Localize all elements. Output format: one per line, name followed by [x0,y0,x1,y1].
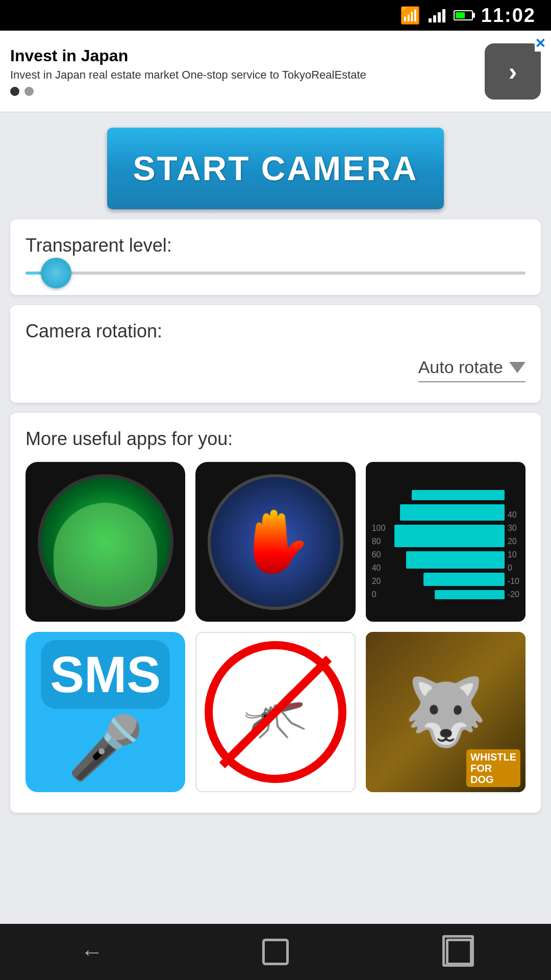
signal-bars [429,8,445,22]
chart-left: 100 80 60 40 20 [372,484,386,599]
app-icon-night-vision[interactable] [26,462,185,622]
person-silhouette [54,503,157,606]
start-camera-label: START CAMERA [133,149,418,188]
prohibition-line [219,656,332,768]
whistle-text: WHISTLEFORDOG [470,751,516,785]
bottom-navigation: ← [0,924,551,980]
recents-button[interactable] [434,934,485,970]
app-icon-dog-whistle[interactable]: 🐺 WHISTLEFORDOG [366,632,525,792]
status-time: 11:02 [481,5,536,27]
back-icon: ← [81,939,103,965]
app-icon-mosquito[interactable]: 🦟 [195,632,355,792]
main-content: START CAMERA Transparent level: Camera r… [0,112,551,828]
back-button[interactable]: ← [66,934,117,970]
more-apps-label: More useful apps for you: [26,428,525,450]
rotation-dropdown-underline[interactable]: Auto rotate [418,357,525,382]
no-mosquito-circle: 🦟 [205,641,346,783]
ad-arrow-button[interactable]: › [485,43,541,100]
wifi-icon: 📶 [400,6,420,25]
camera-rotation-label: Camera rotation: [26,321,525,342]
app-grid: ✋ 100 80 60 [26,462,525,792]
app-icon-sms[interactable]: SMS 🎤 [26,632,185,792]
ad-close-button[interactable]: ✕ [535,36,546,52]
status-bar: 📶 11:02 [0,0,551,31]
sms-content: SMS 🎤 [41,632,170,792]
camera-rotation-card: Camera rotation: Auto rotate [10,305,541,403]
microphone-icon: 🎤 [67,712,144,784]
battery-icon [454,10,473,20]
transparency-slider-thumb[interactable] [41,258,71,288]
dog-face-icon: 🐺 [404,673,487,751]
ad-subtitle: Invest in Japan real estate market One-s… [10,68,474,82]
recents-icon [446,939,472,965]
app-icon-thermal[interactable]: ✋ [195,462,355,622]
transparent-level-label: Transparent level: [26,235,525,256]
dog-background: 🐺 WHISTLEFORDOG [366,632,525,792]
thermal-circle: ✋ [208,474,343,610]
home-button[interactable] [250,934,301,970]
chart-right: 40 30 20 10 0 -10 -20 [508,484,519,599]
whistle-badge: WHISTLEFORDOG [466,749,520,787]
home-icon [262,939,289,965]
chart-bars [388,484,505,599]
hand-icon: ✋ [237,506,314,578]
ad-dot-2[interactable] [24,87,34,96]
status-icons: 📶 11:02 [400,5,536,27]
start-camera-button[interactable]: START CAMERA [107,128,444,209]
app-icon-chart[interactable]: 100 80 60 40 20 [366,462,525,622]
ad-dots [10,87,474,96]
ad-title: Invest in Japan [10,46,474,65]
ad-arrow-icon: › [509,57,517,86]
transparent-level-card: Transparent level: [10,219,541,295]
chevron-down-icon [509,362,525,373]
transparency-slider-track[interactable] [26,272,525,275]
chart-content: 100 80 60 40 20 [372,470,519,614]
sms-label: SMS [41,640,170,709]
ad-dot-1[interactable] [10,87,19,96]
night-vision-circle [38,474,173,610]
ad-banner: Invest in Japan Invest in Japan real est… [0,31,551,112]
rotation-dropdown[interactable]: Auto rotate [26,357,525,382]
rotation-value: Auto rotate [418,357,503,377]
ad-content: Invest in Japan Invest in Japan real est… [10,46,474,96]
more-apps-card: More useful apps for you: ✋ 100 [10,413,541,813]
